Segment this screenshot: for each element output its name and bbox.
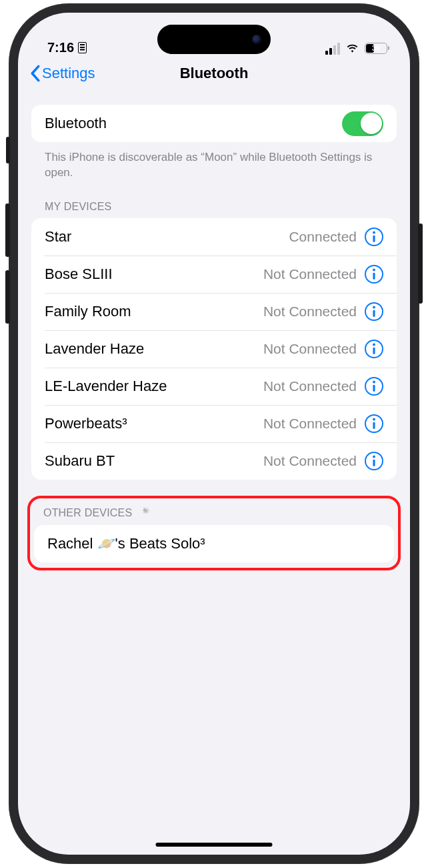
device-status: Not Connected xyxy=(263,341,357,357)
clock-text: 7:16 xyxy=(47,40,74,55)
my-devices-list: StarConnectedBose SLIIINot ConnectedFami… xyxy=(31,218,397,480)
back-button[interactable]: Settings xyxy=(30,65,95,82)
info-icon[interactable] xyxy=(365,302,383,321)
svg-rect-9 xyxy=(373,385,375,392)
svg-rect-7 xyxy=(373,348,375,354)
phone-frame: 7:16 39 Setti xyxy=(9,3,419,864)
bluetooth-toggle[interactable] xyxy=(342,111,383,136)
device-name: Family Room xyxy=(45,303,131,320)
svg-point-10 xyxy=(373,418,375,421)
cellular-signal-icon xyxy=(325,43,340,55)
device-name: Rachel 🪐's Beats Solo³ xyxy=(47,535,205,552)
svg-point-4 xyxy=(373,306,375,309)
bluetooth-toggle-row: Bluetooth xyxy=(31,105,397,142)
content-area: Bluetooth This iPhone is discoverable as… xyxy=(18,91,410,570)
status-left: 7:16 xyxy=(47,40,87,55)
svg-point-12 xyxy=(373,456,375,458)
device-status: Not Connected xyxy=(263,304,357,320)
battery-icon: 39 xyxy=(365,43,387,54)
battery-percent: 39 xyxy=(365,44,387,52)
device-status: Not Connected xyxy=(263,453,357,469)
device-status: Not Connected xyxy=(263,266,357,282)
device-row[interactable]: StarConnected xyxy=(31,218,397,256)
bluetooth-toggle-label: Bluetooth xyxy=(45,115,107,132)
bluetooth-toggle-card: Bluetooth xyxy=(31,105,397,142)
home-indicator[interactable] xyxy=(156,843,273,847)
shortcut-icon xyxy=(78,42,87,53)
dynamic-island xyxy=(157,25,271,54)
info-icon[interactable] xyxy=(365,340,383,358)
info-icon[interactable] xyxy=(365,452,383,470)
svg-rect-11 xyxy=(373,422,375,429)
svg-rect-3 xyxy=(373,273,375,280)
svg-point-2 xyxy=(373,269,375,272)
other-devices-header: OTHER DEVICES xyxy=(34,501,394,525)
discoverable-text: This iPhone is discoverable as “Moon” wh… xyxy=(31,142,397,181)
volume-down-button[interactable] xyxy=(5,270,10,324)
device-name: Lavender Haze xyxy=(45,340,144,358)
wifi-icon xyxy=(345,41,359,55)
svg-rect-13 xyxy=(373,460,375,466)
status-right: 39 xyxy=(325,41,387,55)
device-status: Not Connected xyxy=(263,416,357,432)
nav-bar: Settings Bluetooth xyxy=(18,55,410,91)
device-row[interactable]: LE-Lavender HazeNot Connected xyxy=(45,368,397,405)
page-title: Bluetooth xyxy=(180,65,249,82)
info-icon[interactable] xyxy=(365,414,383,433)
device-name: Bose SLIII xyxy=(45,266,113,283)
info-icon[interactable] xyxy=(365,377,383,396)
device-status: Not Connected xyxy=(263,378,357,394)
svg-point-6 xyxy=(373,344,375,346)
camera-lens xyxy=(252,35,261,44)
device-row[interactable]: Powerbeats³Not Connected xyxy=(45,405,397,442)
volume-up-button[interactable] xyxy=(5,203,10,257)
svg-point-8 xyxy=(373,381,375,384)
svg-rect-1 xyxy=(373,236,375,242)
back-label: Settings xyxy=(42,65,95,82)
scanning-spinner-icon xyxy=(139,506,152,520)
device-row[interactable]: Subaru BTNot Connected xyxy=(45,442,397,480)
device-status: Connected xyxy=(289,229,357,245)
device-name: Star xyxy=(45,228,71,246)
device-row[interactable]: Lavender HazeNot Connected xyxy=(45,330,397,368)
svg-point-0 xyxy=(373,231,375,234)
screen: 7:16 39 Setti xyxy=(18,13,410,855)
power-button[interactable] xyxy=(418,224,423,304)
other-device-row[interactable]: Rachel 🪐's Beats Solo³ xyxy=(34,525,394,562)
my-devices-header: MY DEVICES xyxy=(31,181,397,218)
svg-rect-5 xyxy=(373,310,375,317)
device-name: Powerbeats³ xyxy=(45,415,127,432)
chevron-left-icon xyxy=(30,65,41,82)
info-icon[interactable] xyxy=(365,228,383,246)
device-name: Subaru BT xyxy=(45,452,115,470)
device-row[interactable]: Family RoomNot Connected xyxy=(45,293,397,330)
info-icon[interactable] xyxy=(365,265,383,284)
other-devices-list: Rachel 🪐's Beats Solo³ xyxy=(34,525,394,562)
other-devices-highlight: OTHER DEVICES Rachel 🪐's Beats Solo³ xyxy=(27,496,401,570)
device-row[interactable]: Bose SLIIINot Connected xyxy=(45,256,397,293)
mute-switch[interactable] xyxy=(6,137,10,163)
device-name: LE-Lavender Haze xyxy=(45,378,167,395)
